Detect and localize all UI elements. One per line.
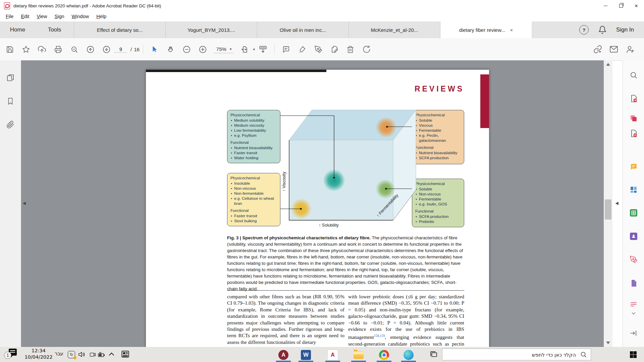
previous-page-button[interactable] — [85, 44, 96, 55]
camera-tray-icon[interactable] — [89, 351, 96, 358]
sync-tray-icon[interactable]: ↻ — [67, 350, 76, 359]
search-input[interactable] — [444, 349, 577, 361]
sign-in-button[interactable]: Sign In — [616, 26, 634, 33]
chevron-down-icon[interactable]: ▾ — [253, 47, 255, 52]
figure-box-heading: Physicochemical — [230, 113, 277, 118]
restore-button[interactable] — [613, 0, 629, 11]
rotate-icon — [363, 45, 371, 53]
taskbar-app-explorer[interactable] — [351, 348, 367, 362]
taskbar-app-chrome[interactable] — [376, 348, 392, 362]
rotate-pages-button[interactable] — [361, 44, 372, 55]
highlight-button[interactable] — [297, 44, 308, 55]
tab-bar: Home Tools Effect of dietary so... Yogur… — [0, 21, 644, 39]
menu-view[interactable]: View — [33, 12, 51, 20]
chevron-up-icon — [109, 352, 114, 358]
zoom-out-button[interactable] — [181, 44, 193, 55]
bookmarks-button[interactable] — [6, 97, 15, 106]
document-tab-2[interactable]: Yogurt_BYM_2013.... — [165, 21, 257, 38]
menu-help[interactable]: Help — [93, 12, 110, 20]
comment-button[interactable] — [280, 44, 292, 55]
news-widget-icon[interactable] — [121, 350, 130, 359]
panel-chevron-down-icon[interactable] — [629, 309, 638, 318]
menu-window[interactable]: Window — [68, 12, 93, 20]
cloud-upload-button[interactable] — [36, 44, 48, 55]
document-tab-1[interactable]: Effect of dietary so... — [74, 21, 165, 38]
document-pane[interactable]: REVIEWS Physicochemical •Medium solubili… — [21, 60, 604, 347]
language-indicator[interactable]: עבר — [55, 351, 63, 356]
collapse-left-panel-button[interactable]: ◀ — [21, 198, 27, 208]
open-tools-panel-button[interactable] — [629, 328, 638, 338]
notifications-bell-icon[interactable] — [598, 25, 607, 34]
edit-pdf-button[interactable] — [329, 44, 340, 55]
collapse-tools-panel-button[interactable]: ◀ — [614, 198, 620, 208]
document-tab-3[interactable]: Olive oil in men inc... — [257, 21, 348, 38]
hidden-icons-chevron[interactable] — [108, 351, 115, 358]
tab-close-icon[interactable]: × — [510, 27, 513, 33]
clock-time[interactable]: 12:34 — [23, 348, 54, 353]
toolbar-download-button[interactable] — [257, 44, 269, 55]
volume-tray-icon[interactable] — [78, 351, 86, 358]
fill-sign-tool-button[interactable] — [629, 255, 638, 264]
save-button[interactable] — [4, 44, 15, 55]
taskbar-search[interactable] — [442, 349, 591, 360]
minimize-button[interactable] — [598, 0, 613, 11]
scrollbar-thumb[interactable] — [605, 199, 611, 220]
clock-date[interactable]: 10/04/2022 — [23, 354, 54, 360]
menu-sign[interactable]: Sign — [51, 12, 68, 20]
profile-button[interactable] — [624, 44, 636, 55]
taskbar-app-maroon[interactable]: A — [275, 348, 291, 362]
stamp-tool-button[interactable] — [629, 232, 638, 241]
hand-tool-button[interactable] — [165, 44, 176, 55]
reference-link[interactable]: 158,159 — [374, 334, 385, 338]
document-tab-active[interactable]: dietary fiber review... × — [440, 21, 532, 38]
taskbar-app-acrobat[interactable]: A — [325, 348, 341, 362]
page-down-icon — [102, 45, 111, 54]
delete-pages-button[interactable] — [345, 44, 356, 55]
attachments-button[interactable] — [6, 120, 15, 129]
combine-files-button[interactable] — [629, 114, 638, 123]
left-panel-strip — [0, 60, 21, 347]
scroll-down-arrow[interactable] — [606, 342, 610, 344]
teams-notification[interactable]: 1 — [0, 347, 19, 362]
email-button[interactable] — [608, 44, 620, 55]
star-button[interactable] — [20, 44, 32, 55]
scroll-up-arrow[interactable] — [606, 63, 610, 66]
zoom-level-dropdown[interactable]: 75% ▾ — [214, 45, 234, 53]
print-button[interactable] — [52, 44, 64, 55]
export-pdf-button[interactable] — [629, 94, 638, 103]
comment-tool-button[interactable] — [629, 162, 638, 172]
more-tools-pages-button[interactable] — [629, 279, 638, 288]
windows-taskbar: 1 12:34 10/04/2022 עבר ↻ A W — [0, 347, 644, 362]
tab-home[interactable]: Home — [0, 21, 35, 38]
page-number-input[interactable] — [114, 46, 127, 53]
cursor-icon — [151, 46, 158, 53]
menu-file[interactable]: File — [2, 12, 17, 20]
next-page-button[interactable] — [101, 44, 112, 55]
help-icon[interactable]: ? — [579, 25, 589, 35]
taskbar-app-edge[interactable] — [400, 348, 417, 362]
page-thumbnails-button[interactable] — [6, 73, 15, 82]
menu-bar: File Edit View Sign Window Help — [0, 11, 644, 21]
create-pdf-button[interactable] — [629, 129, 638, 138]
zoom-in-button[interactable] — [197, 44, 209, 55]
export-spreadsheet-button[interactable] — [629, 208, 638, 218]
find-button[interactable] — [68, 44, 80, 55]
send-for-comments-button[interactable] — [629, 300, 638, 309]
fill-sign-button[interactable] — [313, 44, 324, 55]
select-tool-button[interactable] — [149, 44, 160, 55]
battery-tray-icon[interactable] — [97, 351, 105, 359]
close-button[interactable]: × — [629, 0, 644, 11]
start-button[interactable] — [623, 347, 644, 362]
search-tools-button[interactable] — [629, 70, 638, 80]
menu-edit[interactable]: Edit — [17, 12, 33, 20]
figure-box-heading: Functional — [230, 140, 277, 145]
tab-tools[interactable]: Tools — [35, 21, 74, 38]
organize-pages-button[interactable] — [629, 185, 638, 194]
figure-caption: Fig. 3 | Spectrum of physicochemical cha… — [227, 235, 464, 292]
document-tab-4[interactable]: McKenzie_et_al-20... — [348, 21, 440, 38]
share-link-button[interactable] — [592, 44, 603, 55]
fit-width-button[interactable] — [239, 44, 251, 55]
task-view-button[interactable] — [429, 350, 438, 359]
taskbar-app-word[interactable]: W — [298, 348, 314, 362]
vertical-scrollbar[interactable] — [604, 60, 612, 347]
